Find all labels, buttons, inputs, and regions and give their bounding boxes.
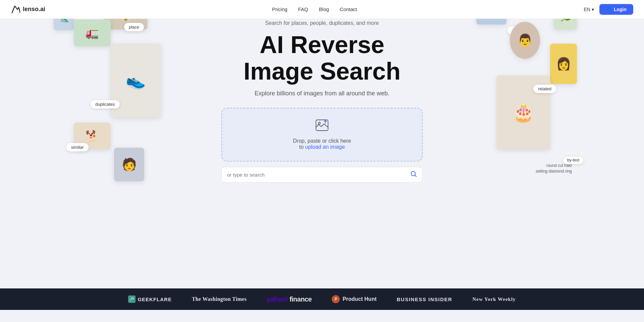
person-icon: 🧑 xyxy=(122,157,137,172)
press-geekflare: GEEKFLARE xyxy=(128,295,172,303)
ny-weekly-label: New York Weekly xyxy=(472,296,516,302)
lang-label: EN xyxy=(584,7,590,12)
nav-faq[interactable]: FAQ xyxy=(298,6,308,12)
hero-center-content: Search for places, people, duplicates, a… xyxy=(221,20,423,183)
language-selector[interactable]: EN ▾ xyxy=(584,7,594,12)
login-button[interactable]: 👤 Login xyxy=(599,4,633,15)
floating-man-image: 👨 xyxy=(510,22,540,59)
hero-title-line2: Image Search xyxy=(244,58,400,85)
man-icon: 👨 xyxy=(518,33,533,47)
upload-icon xyxy=(315,119,329,134)
hero-title-line1: AI Reverse xyxy=(260,31,384,58)
upload-box[interactable]: Drop, paste or click here to upload an i… xyxy=(221,108,423,162)
dog-icon: 🐕 xyxy=(86,130,99,142)
logo-icon xyxy=(11,5,20,14)
floating-person-image: 🧑 xyxy=(114,148,144,181)
business-insider-label: BUSINESS INSIDER xyxy=(397,296,452,302)
svg-point-1 xyxy=(318,122,320,124)
header-right: EN ▾ 👤 Login xyxy=(584,4,633,15)
yahoo-finance-label: yahoo! finance xyxy=(267,295,312,303)
place-badge: place xyxy=(124,23,144,31)
press-washington-times: The Washington Times xyxy=(192,296,247,302)
upload-link[interactable]: upload an image xyxy=(305,144,345,150)
geekflare-label: GEEKFLARE xyxy=(138,296,172,302)
press-business-insider: BUSINESS INSIDER xyxy=(397,296,452,302)
press-ny-weekly: New York Weekly xyxy=(472,296,516,302)
product-hunt-icon: P xyxy=(332,295,340,303)
logo-text: lenso.ai xyxy=(23,6,45,13)
press-product-hunt: P Product Hunt xyxy=(332,295,376,303)
user-icon: 👤 xyxy=(606,7,612,12)
chevron-down-icon: ▾ xyxy=(592,7,594,12)
search-submit-button[interactable] xyxy=(410,171,417,179)
press-bar: GEEKFLARE The Washington Times yahoo! fi… xyxy=(0,288,644,310)
upload-text-to: to xyxy=(299,144,304,150)
truck-icon: 🚛 xyxy=(86,27,99,39)
product-hunt-label: Product Hunt xyxy=(342,296,376,302)
floating-woman-image: 👩 xyxy=(550,44,577,84)
bottom-section: Search by Image xyxy=(0,310,644,322)
hero-subtitle: Search for places, people, duplicates, a… xyxy=(221,20,423,26)
hero-section: 🗽 🕌 place 🚛 👟 duplicates 🐕 similar 🧑 🐟 🌿… xyxy=(0,0,644,288)
related-badge: related xyxy=(533,85,556,93)
similar-badge: similar xyxy=(66,143,89,151)
nav-blog[interactable]: Blog xyxy=(319,6,329,12)
ring-description-text: round cut halo setting diamond ring xyxy=(536,163,572,174)
upload-text-before: Drop, paste or click here xyxy=(293,138,351,144)
upload-text: Drop, paste or click here to upload an i… xyxy=(293,138,351,150)
floating-truck-image: 🚛 xyxy=(74,19,111,46)
search-icon xyxy=(410,171,417,177)
search-bar xyxy=(221,167,423,183)
press-yahoo-finance: yahoo! finance xyxy=(267,295,312,303)
woman-icon: 👩 xyxy=(556,57,571,71)
search-input[interactable] xyxy=(227,172,408,178)
login-label: Login xyxy=(614,7,627,12)
cake-icon: 🎂 xyxy=(513,102,534,123)
nav-pricing[interactable]: Pricing xyxy=(272,6,287,12)
washington-times-label: The Washington Times xyxy=(192,296,247,302)
header: lenso.ai Pricing FAQ Blog Contact EN ▾ 👤… xyxy=(0,0,644,19)
duplicates-badge: duplicates xyxy=(91,100,120,108)
shoes-icon: 👟 xyxy=(126,71,146,90)
geekflare-icon xyxy=(128,295,136,303)
hero-description: Explore billions of images from all arou… xyxy=(221,90,423,97)
main-nav: Pricing FAQ Blog Contact xyxy=(272,6,357,12)
logo[interactable]: lenso.ai xyxy=(11,5,45,14)
hero-title: AI Reverse Image Search xyxy=(221,32,423,85)
nav-contact[interactable]: Contact xyxy=(340,6,357,12)
